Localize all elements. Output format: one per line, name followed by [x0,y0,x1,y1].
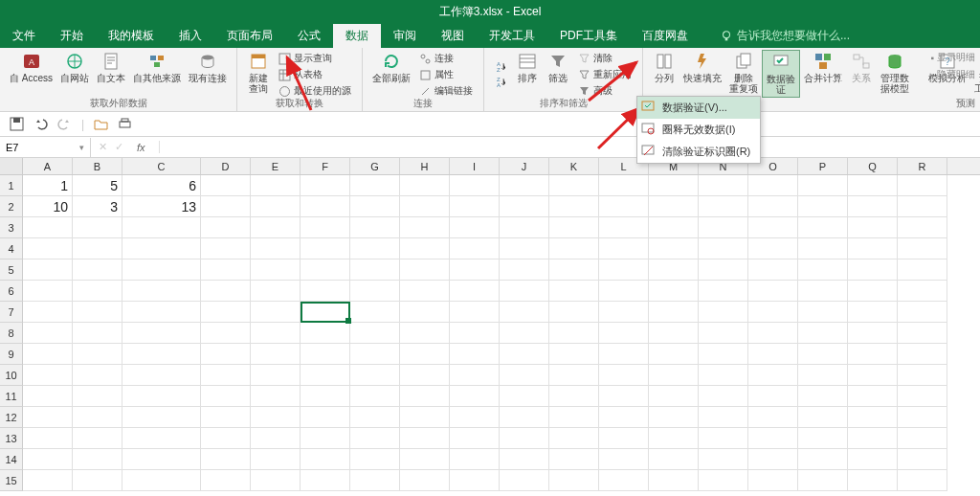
cell[interactable] [350,281,400,302]
cell[interactable] [599,470,649,491]
col-header[interactable]: E [251,158,301,174]
hide-detail-button[interactable]: ▪ 隐藏明细 [930,68,975,81]
cell[interactable] [649,323,699,344]
cell[interactable] [898,449,947,470]
dropdown-circle-invalid[interactable]: 圈释无效数据(I) [637,119,760,141]
cell[interactable] [350,217,400,238]
cell[interactable] [350,428,400,449]
cell[interactable] [699,386,748,407]
cell[interactable] [848,449,898,470]
cell[interactable] [898,217,947,238]
cell[interactable] [798,344,848,365]
cell[interactable] [699,365,748,386]
cell[interactable] [699,175,748,196]
from-other-button[interactable]: 自其他来源 [129,50,185,98]
cell[interactable]: 1 [23,175,73,196]
cell[interactable] [73,428,122,449]
cell[interactable] [450,175,500,196]
col-header[interactable]: I [450,158,500,174]
cell[interactable] [122,217,201,238]
connections-button[interactable]: 连接 [417,51,475,66]
cell[interactable] [251,217,301,238]
col-header[interactable]: C [122,158,201,174]
cell[interactable] [848,281,898,302]
cell[interactable] [699,344,748,365]
cell[interactable] [898,281,947,302]
cell[interactable] [748,449,798,470]
cell[interactable] [500,323,549,344]
cell[interactable] [73,386,122,407]
cell[interactable] [400,407,450,428]
cell[interactable] [301,259,350,281]
undo-icon[interactable] [33,117,48,131]
cell[interactable] [301,407,350,428]
cell[interactable] [500,175,549,196]
relationships-button[interactable]: 关系 [846,50,877,98]
cell[interactable] [898,470,947,491]
tab-dev[interactable]: 开发工具 [477,24,547,48]
select-all-corner[interactable] [0,158,23,174]
cell[interactable] [549,238,599,259]
cell[interactable] [450,281,500,302]
row-header[interactable]: 11 [0,386,23,407]
col-header[interactable]: F [301,158,350,174]
filter-button[interactable]: 筛选 [543,50,573,98]
cell[interactable] [649,386,699,407]
cell[interactable] [798,196,848,217]
cell[interactable] [699,449,748,470]
row-header[interactable]: 14 [0,449,23,470]
redo-icon[interactable] [57,117,72,131]
cell[interactable] [599,323,649,344]
cell[interactable] [23,407,73,428]
cell[interactable] [748,470,798,491]
cell[interactable] [251,259,301,281]
cell[interactable] [649,196,699,217]
cell[interactable] [73,259,122,281]
cell[interactable] [649,344,699,365]
cell[interactable] [549,344,599,365]
tab-layout[interactable]: 页面布局 [214,24,285,48]
cell[interactable] [23,470,73,491]
cell[interactable] [500,196,549,217]
print-icon[interactable] [118,117,132,131]
row-header[interactable]: 3 [0,217,23,238]
cell[interactable] [301,344,350,365]
cell[interactable] [350,196,400,217]
cell[interactable] [500,449,549,470]
cell[interactable]: 5 [73,175,122,196]
cell[interactable] [23,217,73,238]
cell[interactable] [549,449,599,470]
cell[interactable] [599,449,649,470]
cell[interactable]: 10 [23,196,73,217]
cell[interactable] [649,175,699,196]
cell[interactable] [251,323,301,344]
cell[interactable] [450,365,500,386]
cell[interactable] [898,365,947,386]
cell[interactable] [350,449,400,470]
cell[interactable] [251,365,301,386]
cell[interactable] [400,449,450,470]
cell[interactable] [251,407,301,428]
cell[interactable] [848,344,898,365]
row-header[interactable]: 2 [0,196,23,217]
from-web-button[interactable]: 自网站 [56,50,93,98]
sort-desc-button[interactable]: ZA [493,75,509,89]
cell[interactable] [549,217,599,238]
cell[interactable] [301,175,350,196]
cell[interactable] [748,344,798,365]
row-header[interactable]: 10 [0,365,23,386]
cell[interactable] [748,365,798,386]
cell[interactable] [251,281,301,302]
sort-asc-button[interactable]: AZ [493,59,509,74]
cell[interactable] [73,365,122,386]
cell[interactable] [350,407,400,428]
cell[interactable] [748,407,798,428]
formula-input[interactable] [160,138,980,157]
cell[interactable] [848,175,898,196]
consolidate-button[interactable]: 合并计算 [800,50,846,98]
show-detail-button[interactable]: ▪ 显示明细 [930,51,975,64]
cell[interactable] [301,323,350,344]
cell[interactable] [748,428,798,449]
cell[interactable] [122,281,201,302]
col-header[interactable]: A [23,158,73,174]
